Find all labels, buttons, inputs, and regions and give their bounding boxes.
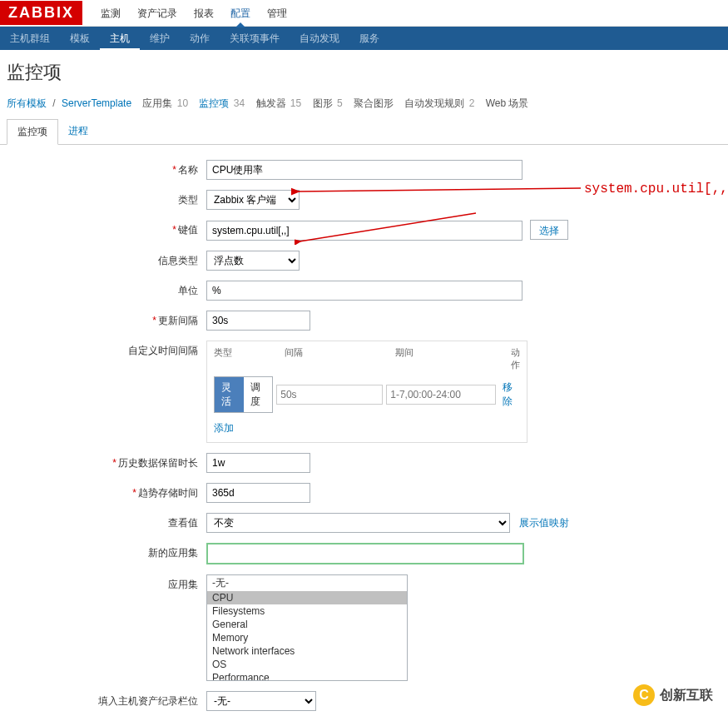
infotype-select[interactable]: 浮点数 <box>206 251 300 271</box>
bc-discovery[interactable]: 自动发现规则 2 <box>404 97 474 109</box>
subnav-hostgroups[interactable]: 主机群组 <box>0 27 60 50</box>
app-os[interactable]: OS <box>207 658 407 671</box>
breadcrumb: 所有模板 / ServerTemplate 应用集 10 监控项 34 触发器 … <box>0 93 728 119</box>
app-cpu[interactable]: CPU <box>207 591 407 604</box>
interval-flexible[interactable]: 灵活 <box>215 377 244 412</box>
history-input[interactable] <box>206 453 310 473</box>
subnav-services[interactable]: 服务 <box>349 27 389 50</box>
interval-value-input[interactable] <box>276 385 383 405</box>
valuemap-select[interactable]: 不变 <box>206 513 510 533</box>
app-filesystems[interactable]: Filesystems <box>207 604 407 618</box>
app-none[interactable]: -无- <box>207 575 407 591</box>
bc-web[interactable]: Web 场景 <box>486 97 529 109</box>
app-performance[interactable]: Performance <box>207 671 407 681</box>
bc-screens[interactable]: 聚合图形 <box>354 97 394 109</box>
bc-items[interactable]: 监控项 34 <box>199 97 245 109</box>
subnav-hosts[interactable]: 主机 <box>100 27 140 50</box>
top-nav: ZABBIX 监测 资产记录 报表 配置 管理 <box>0 0 728 27</box>
breadcrumb-root[interactable]: 所有模板 <box>7 97 47 109</box>
inventory-select[interactable]: -无- <box>206 691 316 711</box>
subnav-correlation[interactable]: 关联项事件 <box>220 27 290 50</box>
subnav-discovery[interactable]: 自动发现 <box>290 27 349 50</box>
new-application-input[interactable] <box>206 543 524 564</box>
trend-input[interactable] <box>206 483 310 503</box>
subnav-maintenance[interactable]: 维护 <box>140 27 180 50</box>
nav-configuration[interactable]: 配置 <box>222 0 259 27</box>
type-select[interactable]: Zabbix 客户端 <box>206 190 300 210</box>
page-title: 监控项 <box>0 50 728 93</box>
tab-process[interactable]: 进程 <box>58 119 98 144</box>
form-tabs: 监控项 进程 <box>0 119 728 145</box>
item-form: *名称 类型 Zabbix 客户端 *键值 选择 信息类型 浮点数 单位 *更新… <box>0 145 728 716</box>
show-valuemap-link[interactable]: 展示值映射 <box>519 517 569 529</box>
nav-inventory[interactable]: 资产记录 <box>129 0 186 27</box>
key-input[interactable] <box>206 221 522 241</box>
app-network[interactable]: Network interfaces <box>207 644 407 658</box>
watermark-icon: C <box>633 684 655 706</box>
name-input[interactable] <box>206 160 522 180</box>
applications-listbox[interactable]: -无- CPU Filesystems General Memory Netwo… <box>206 574 408 681</box>
subnav-templates[interactable]: 模板 <box>60 27 100 50</box>
app-memory[interactable]: Memory <box>207 631 407 644</box>
bc-appsets[interactable]: 应用集 10 <box>142 97 188 109</box>
watermark: C 创新互联 <box>633 684 713 706</box>
interval-add-link[interactable]: 添加 <box>214 422 234 434</box>
key-select-button[interactable]: 选择 <box>530 220 568 240</box>
interval-scheduled[interactable]: 调度 <box>244 377 273 412</box>
breadcrumb-template[interactable]: ServerTemplate <box>62 97 131 109</box>
bc-graphs[interactable]: 图形 5 <box>313 97 343 109</box>
interval-remove-link[interactable]: 移除 <box>503 380 520 409</box>
interval-type-toggle: 灵活 调度 <box>214 376 273 413</box>
subnav-actions[interactable]: 动作 <box>180 27 220 50</box>
interval-period-input[interactable] <box>386 385 496 405</box>
unit-input[interactable] <box>206 281 522 301</box>
nav-monitor[interactable]: 监测 <box>92 0 129 27</box>
update-interval-input[interactable] <box>206 311 310 331</box>
annotation-text: system.cpu.util[,,] <box>584 181 728 196</box>
nav-reports[interactable]: 报表 <box>186 0 222 27</box>
nav-administration[interactable]: 管理 <box>259 0 295 27</box>
sub-nav: 主机群组 模板 主机 维护 动作 关联项事件 自动发现 服务 <box>0 27 728 50</box>
custom-intervals-table: 类型 间隔 期间 动作 灵活 调度 移除 添加 <box>206 341 527 443</box>
app-general[interactable]: General <box>207 618 407 631</box>
tab-item[interactable]: 监控项 <box>7 119 58 145</box>
zabbix-logo: ZABBIX <box>0 1 82 25</box>
bc-triggers[interactable]: 触发器 15 <box>256 97 302 109</box>
